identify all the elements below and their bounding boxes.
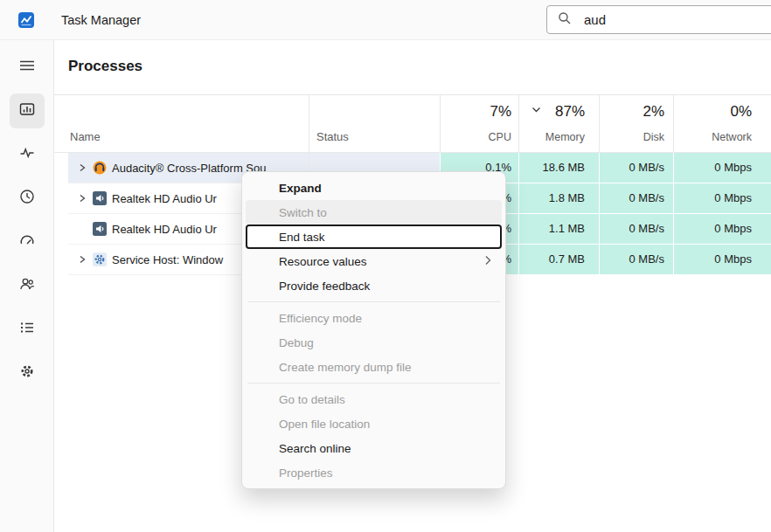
cpu-label: CPU [489, 131, 511, 143]
menu-item-switch-to: Switch to [246, 200, 502, 225]
disk-cell: 0 MB/s [599, 183, 673, 214]
audacity-app-icon [93, 161, 107, 175]
sidebar-item-performance[interactable] [10, 137, 45, 172]
network-label: Network [712, 131, 752, 143]
expand-chevron-icon[interactable] [77, 255, 87, 264]
service-host-gear-icon [93, 252, 107, 266]
sidebar-item-app-history[interactable] [10, 181, 45, 216]
sidebar-item-users[interactable] [10, 268, 45, 303]
memory-cell: 1.8 MB [518, 183, 599, 214]
cpu-total-percent: 7% [490, 103, 511, 121]
column-header-name[interactable]: Name [68, 95, 309, 152]
sidebar [0, 40, 54, 532]
titlebar: Task Manager [0, 0, 771, 40]
menu-item-go-to-details: Go to details [246, 387, 502, 411]
search-input[interactable] [584, 12, 741, 27]
process-name: Realtek HD Audio Ur [112, 192, 217, 205]
network-cell: 0 Mbps [673, 214, 771, 245]
column-header-cpu[interactable]: 7% CPU [440, 95, 518, 152]
gear-icon [19, 363, 35, 383]
memory-cell: 18.6 MB [518, 153, 599, 183]
clock-icon [19, 189, 35, 208]
column-header-network[interactable]: 0% Network [673, 95, 771, 152]
process-name: Realtek HD Audio Ur [112, 223, 217, 236]
menu-separator [247, 301, 500, 302]
submenu-chevron-icon [484, 255, 491, 268]
memory-cell: 0.7 MB [518, 245, 599, 275]
expand-chevron-icon[interactable] [77, 163, 87, 172]
sidebar-item-details[interactable] [10, 312, 45, 347]
task-manager-app-icon [17, 11, 35, 29]
window-title: Task Manager [61, 0, 141, 40]
realtek-audio-icon [93, 222, 107, 236]
search-box[interactable] [546, 5, 771, 34]
menu-item-label: Resource values [279, 255, 367, 268]
menu-item-resource-values[interactable]: Resource values [246, 249, 502, 273]
memory-cell: 1.1 MB [518, 214, 599, 245]
menu-item-debug: Debug [246, 330, 502, 355]
network-total-percent: 0% [730, 103, 752, 121]
table-header-row: Name Status 7% CPU 87% Memory 2% Disk 0%… [54, 94, 771, 153]
sidebar-item-startup-apps[interactable] [10, 225, 45, 259]
menu-item-properties: Properties [246, 460, 502, 485]
disk-cell: 0 MB/s [599, 153, 673, 183]
sidebar-item-services[interactable] [10, 356, 45, 390]
nav-menu-button[interactable] [10, 50, 45, 85]
menu-item-search-online[interactable]: Search online [246, 436, 502, 460]
disk-total-percent: 2% [642, 103, 664, 121]
search-icon [558, 11, 572, 29]
menu-item-end-task[interactable]: End task [246, 225, 502, 249]
context-menu: Expand Switch to End task Resource value… [241, 171, 506, 489]
menu-item-efficiency-mode: Efficiency mode [246, 306, 502, 330]
memory-total-percent: 87% [555, 103, 585, 121]
network-cell: 0 Mbps [673, 153, 771, 183]
users-icon [19, 276, 35, 295]
column-header-memory[interactable]: 87% Memory [518, 95, 599, 152]
performance-icon [19, 145, 35, 164]
gauge-icon [19, 232, 35, 252]
column-header-status[interactable]: Status [309, 95, 440, 152]
expand-chevron-icon[interactable] [77, 194, 87, 203]
realtek-audio-icon [93, 191, 107, 205]
memory-label: Memory [545, 131, 585, 143]
menu-item-expand[interactable]: Expand [246, 176, 502, 200]
processes-icon [19, 101, 35, 121]
menu-separator [247, 383, 500, 383]
menu-item-provide-feedback[interactable]: Provide feedback [246, 273, 502, 298]
details-list-icon [19, 320, 35, 339]
task-manager-window: { "colors": { "heat_cell": "#c4f1e6", "s… [0, 0, 771, 532]
menu-item-create-memory-dump-file: Create memory dump file [246, 355, 502, 379]
hamburger-icon [19, 58, 35, 77]
disk-label: Disk [643, 131, 664, 143]
disk-cell: 0 MB/s [599, 245, 673, 275]
disk-cell: 0 MB/s [599, 214, 673, 245]
sidebar-item-processes[interactable] [10, 93, 45, 128]
process-name: Service Host: Window [112, 253, 223, 266]
network-cell: 0 Mbps [673, 183, 771, 214]
menu-item-open-file-location: Open file location [246, 411, 502, 436]
network-cell: 0 Mbps [673, 245, 771, 275]
column-header-disk[interactable]: 2% Disk [599, 95, 673, 152]
sort-descending-icon [531, 100, 541, 116]
page-title: Processes [68, 58, 142, 75]
